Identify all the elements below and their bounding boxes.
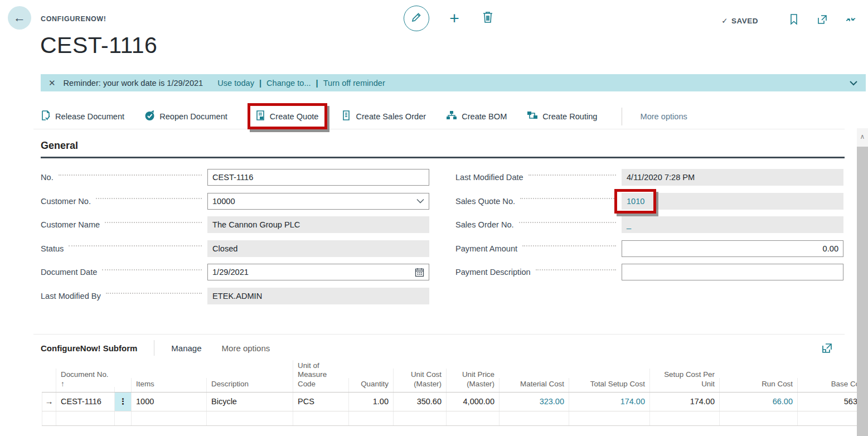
delete-button[interactable]: [479, 10, 496, 27]
dotted-leader: [528, 175, 616, 176]
vertical-ellipsis-icon: ⋮: [119, 397, 127, 407]
new-button[interactable]: +: [446, 10, 463, 27]
bookmark-button[interactable]: [785, 12, 802, 29]
cell-items[interactable]: 1000: [131, 393, 206, 411]
cell-setup-cost-per-unit[interactable]: 174.00: [649, 393, 719, 411]
change-to-link[interactable]: Change to...: [266, 79, 311, 88]
field-document-date: Document Date 1/29/2021: [41, 264, 429, 280]
field-last-modified-by: Last Modified By ETEK.ADMIN: [41, 288, 429, 304]
column-header-unit-cost[interactable]: Unit Cost (Master): [393, 369, 446, 392]
material-cost-link[interactable]: 323.00: [540, 397, 564, 407]
dropdown-chevron-icon[interactable]: [416, 198, 424, 204]
cell-quantity[interactable]: 1.00: [348, 393, 393, 411]
field-customer-name: Customer Name The Cannon Group PLC: [41, 216, 429, 233]
routing-icon: [527, 110, 538, 122]
dotted-leader: [59, 175, 202, 176]
action-label: Reopen Document: [159, 112, 227, 121]
column-header-run-cost[interactable]: Run Cost: [719, 378, 797, 392]
create-bom-button[interactable]: Create BOM: [446, 110, 507, 122]
subform-table: Document No. ↑ Items Description Unit of…: [42, 360, 861, 426]
cell-document-no[interactable]: CEST-1116: [56, 393, 114, 411]
dotted-leader: [520, 198, 616, 199]
last-modified-by-field: ETEK.ADMIN: [207, 288, 429, 304]
cell-material-cost[interactable]: 323.00: [499, 393, 569, 411]
subform-top-divider: [33, 334, 845, 335]
expand-subform-button[interactable]: [822, 343, 832, 353]
table-row[interactable]: → CEST-1116 ⋮ 1000 Bicycle PCS 1.00 350.…: [42, 393, 861, 411]
document-date-input[interactable]: 1/29/2021: [207, 264, 429, 280]
action-label: Create BOM: [462, 112, 507, 121]
column-header-setup-cost-per-unit[interactable]: Setup Cost Per Unit: [649, 369, 719, 392]
column-header-quantity[interactable]: Quantity: [348, 378, 393, 392]
field-value: 1/29/2021: [212, 268, 249, 277]
field-last-modified-date: Last Modified Date 4/11/2020 7:28 PM: [455, 169, 843, 186]
scrollbar-thumb[interactable]: [857, 147, 868, 436]
sales-quote-no-link[interactable]: 1010: [627, 197, 644, 206]
vertical-scrollbar[interactable]: ∧: [857, 128, 868, 436]
field-payment-amount: Payment Amount 0.00: [455, 240, 843, 257]
dotted-leader: [69, 245, 202, 246]
edit-button[interactable]: [404, 6, 429, 31]
column-header-total-setup-cost[interactable]: Total Setup Cost: [569, 378, 649, 392]
field-sales-quote-no: Sales Quote No. 1010: [455, 193, 843, 210]
cell-unit-cost[interactable]: 350.60: [393, 393, 446, 411]
column-header-description[interactable]: Description: [206, 378, 293, 392]
use-today-link[interactable]: Use today: [217, 79, 254, 88]
bookmark-icon: [789, 13, 799, 28]
cell-description[interactable]: Bicycle: [206, 393, 293, 411]
scrollbar-up-arrow-icon[interactable]: ∧: [857, 128, 868, 145]
release-document-button[interactable]: Release Document: [41, 110, 124, 123]
link-separator: |: [316, 79, 318, 88]
page-title: CEST-1116: [40, 32, 157, 59]
open-in-new-window-button[interactable]: [814, 12, 831, 29]
run-cost-link[interactable]: 66.00: [773, 397, 793, 407]
chevron-down-icon[interactable]: [849, 80, 858, 86]
table-header-row: Document No. ↑ Items Description Unit of…: [42, 360, 861, 393]
general-section-title[interactable]: General: [41, 140, 78, 152]
reopen-circle-check-icon: [144, 110, 155, 123]
payment-description-input[interactable]: [622, 264, 843, 280]
field-payment-description: Payment Description: [455, 264, 843, 280]
column-header-unit-of-measure[interactable]: Unit of Measure Code: [293, 360, 348, 392]
table-row-empty[interactable]: [42, 411, 861, 426]
sitemap-icon: [446, 110, 457, 122]
sales-quote-no-field: 1010: [622, 193, 843, 210]
customer-no-input[interactable]: 10000: [207, 193, 429, 210]
cell-unit-price[interactable]: 4,000.00: [446, 393, 499, 411]
manage-menu-button[interactable]: Manage: [171, 343, 201, 353]
payment-amount-input[interactable]: 0.00: [622, 240, 843, 257]
column-header-document-no[interactable]: Document No. ↑: [56, 369, 114, 392]
collapse-button[interactable]: [842, 12, 859, 29]
column-header-base-cost[interactable]: Base Co: [797, 378, 861, 392]
column-header-items[interactable]: Items: [131, 378, 206, 392]
cell-total-setup-cost[interactable]: 174.00: [569, 393, 649, 411]
create-routing-button[interactable]: Create Routing: [527, 110, 597, 122]
field-value: 0.00: [823, 244, 838, 253]
trash-icon: [482, 11, 494, 26]
subform-title[interactable]: ConfigureNow! Subform: [41, 343, 137, 353]
back-button[interactable]: ←: [8, 6, 31, 30]
cell-run-cost[interactable]: 66.00: [719, 393, 797, 411]
document-quote-icon: [255, 110, 265, 123]
reopen-document-button[interactable]: Reopen Document: [144, 110, 227, 123]
create-sales-order-button[interactable]: Create Sales Order: [341, 110, 426, 123]
cell-base-cost[interactable]: 563.: [797, 393, 861, 411]
cell-unit-of-measure[interactable]: PCS: [293, 393, 348, 411]
turn-off-reminder-link[interactable]: Turn off reminder: [323, 79, 385, 88]
close-icon[interactable]: ✕: [49, 78, 56, 88]
calendar-icon[interactable]: [415, 268, 424, 277]
field-label: Payment Amount: [455, 244, 517, 253]
subform-header-divider: [154, 340, 154, 356]
more-options-button[interactable]: More options: [640, 112, 687, 121]
field-value: ETEK.ADMIN: [212, 292, 262, 301]
back-arrow-icon: ←: [13, 11, 26, 25]
sales-order-no-link[interactable]: _: [627, 220, 631, 229]
no-input[interactable]: CEST-1116: [207, 169, 429, 186]
column-header-material-cost[interactable]: Material Cost: [499, 378, 569, 392]
total-setup-cost-link[interactable]: 174.00: [620, 397, 645, 407]
annotation-box-create-quote: Create Quote: [248, 103, 328, 129]
create-quote-button[interactable]: Create Quote: [255, 110, 319, 123]
row-menu-button[interactable]: ⋮: [114, 393, 131, 411]
subform-more-options-button[interactable]: More options: [222, 343, 270, 353]
column-header-unit-price[interactable]: Unit Price (Master): [446, 369, 499, 392]
